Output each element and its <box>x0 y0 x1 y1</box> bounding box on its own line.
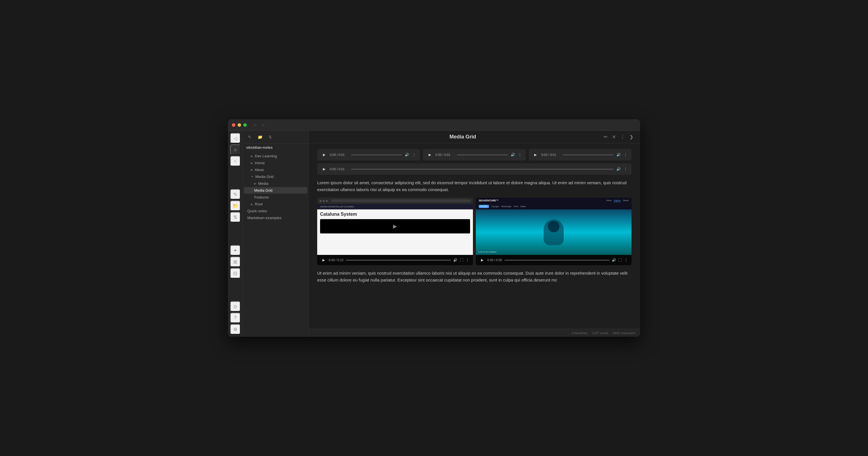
back-nav-button[interactable]: ← <box>252 122 258 128</box>
progress-bar-1[interactable] <box>351 155 402 155</box>
sidebar-item-label: Features <box>254 195 269 199</box>
video-card-left: UNITED INTERSTELLAR COLONIES Cataluna Sy… <box>317 198 473 265</box>
graph-icon[interactable]: ✦ <box>230 245 241 256</box>
vault-title: obsidian-notes <box>243 143 308 151</box>
filter-active-button[interactable]: FILTER <box>479 205 489 208</box>
video-controls-right: ▶ 0:00 / 0:05 🔊 ⛶ ⋮ <box>476 255 631 265</box>
video-thumbnail-right: SEAVENTURE™ Home Explore Saved FILTER Tr… <box>476 198 631 255</box>
sidebar-item-label: Home <box>255 161 265 165</box>
sidebar-header: ✎ 📁 ⇅ <box>243 131 308 143</box>
sidebar-item-label: Dev Learning <box>255 154 277 158</box>
volume-button-wide[interactable]: 🔊 <box>616 167 621 171</box>
video-more-left[interactable]: ⋮ <box>465 258 469 262</box>
help-rail-icon[interactable]: ? <box>230 313 241 323</box>
collapse-right-button[interactable]: ❯ <box>628 133 634 141</box>
more-options-button[interactable]: ⋮ <box>619 133 626 141</box>
video-volume-left[interactable]: 🔊 <box>453 258 458 262</box>
close-button[interactable] <box>232 123 235 127</box>
sort-icon[interactable]: ⇅ <box>230 212 241 222</box>
sidebar-item-home[interactable]: ▶ Home <box>244 160 307 166</box>
progress-bar-3[interactable] <box>563 155 614 155</box>
play-button-2[interactable]: ▶ <box>427 152 433 158</box>
more-button-2[interactable]: ⋮ <box>518 153 522 157</box>
nav-home: Home <box>606 199 612 202</box>
sidebar-item-dev-learning[interactable]: ▶ Dev Learning <box>244 153 307 159</box>
volume-button-3[interactable]: 🔊 <box>616 153 621 157</box>
more-button-3[interactable]: ⋮ <box>623 153 627 157</box>
video-time-left: 0:00 / 0:12 <box>329 258 344 262</box>
progress-bar-2[interactable] <box>457 155 507 155</box>
note-icon[interactable]: ✎ <box>230 189 241 199</box>
video-play-right[interactable]: ▶ <box>479 257 485 263</box>
video-play-left[interactable]: ▶ <box>321 257 327 263</box>
seaventure-image: Lost to the depths. <box>476 209 631 255</box>
sidebar-item-label: Media Grid <box>255 174 274 179</box>
statusbar: 0 backlinks 1107 words 8442 characters <box>309 329 640 337</box>
main-content: ▶ 0:00 / 0:01 🔊 ⋮ ▶ 0:00 / 0:01 🔊 ⋮ <box>309 143 640 329</box>
video-more-right[interactable]: ⋮ <box>624 258 628 262</box>
paragraph-1: Lorem ipsum dolor sit amet, consectetur … <box>317 180 631 193</box>
sidebar-item-ideas[interactable]: ▶ Ideas <box>244 166 307 173</box>
video-volume-right[interactable]: 🔊 <box>612 258 616 262</box>
search-rail-icon[interactable]: ○ <box>230 156 241 166</box>
sidebar-item-media-grid[interactable]: Media Grid <box>244 187 307 194</box>
time-display-2: 0:00 / 0:01 <box>435 153 454 157</box>
home-rail-icon[interactable]: ⌂ <box>230 144 241 155</box>
video-progress-right[interactable] <box>504 260 610 261</box>
fullscreen-left[interactable]: ⛶ <box>460 258 463 262</box>
forward-nav-button[interactable]: → <box>260 122 266 128</box>
new-note-button[interactable]: ✎ <box>246 133 254 141</box>
seaventure-filters: FILTER Trip type Vessel type Price Dates <box>476 203 631 209</box>
volume-button-1[interactable]: 🔊 <box>405 153 409 157</box>
sort-button[interactable]: ⇅ <box>266 133 274 141</box>
new-folder-button[interactable]: 📁 <box>256 133 264 141</box>
publish-icon[interactable]: ⊙ <box>230 301 241 312</box>
video-progress-left[interactable] <box>346 260 451 261</box>
minimize-button[interactable] <box>238 123 241 127</box>
settings-rail-icon[interactable]: ⚙ <box>230 324 241 334</box>
play-button-1[interactable]: ▶ <box>321 152 327 158</box>
audio-players-row: ▶ 0:00 / 0:01 🔊 ⋮ ▶ 0:00 / 0:01 🔊 ⋮ <box>317 149 631 161</box>
cataluna-title: Cataluna System <box>320 212 470 217</box>
toggle-sidebar-button[interactable]: ◁ <box>230 133 241 143</box>
video-caption: Lost to the depths. <box>478 251 497 253</box>
close-button-topbar[interactable]: ✕ <box>611 133 617 141</box>
video-thumbnail-left: UNITED INTERSTELLAR COLONIES Cataluna Sy… <box>317 198 473 255</box>
chevron-icon: ▶ <box>254 182 256 185</box>
char-count: 8442 characters <box>613 331 636 335</box>
terminal-rail-icon[interactable]: ⊡ <box>230 268 241 279</box>
more-button-1[interactable]: ⋮ <box>412 153 416 157</box>
sidebar-item-media[interactable]: ▶ Media <box>244 180 307 187</box>
progress-bar-wide[interactable] <box>351 169 614 170</box>
play-button-wide[interactable]: ▶ <box>321 166 327 172</box>
play-button-3[interactable]: ▶ <box>533 152 538 158</box>
edit-button[interactable]: ✏ <box>602 133 609 141</box>
titlebar: ← → <box>228 119 640 131</box>
sidebar-item-label: Media <box>258 182 268 186</box>
more-button-wide[interactable]: ⋮ <box>623 167 627 171</box>
sidebar-item-root[interactable]: ▶ Root <box>244 201 307 207</box>
sidebar-nav: ▶ Dev Learning ▶ Home ▶ Ideas ▼ Media Gr… <box>243 151 308 337</box>
sidebar-item-quick-notes[interactable]: Quick notes <box>244 208 307 214</box>
titlebar-nav: ← → <box>252 122 266 128</box>
audio-player-2: ▶ 0:00 / 0:01 🔊 ⋮ <box>423 149 526 161</box>
chevron-down-icon: ▼ <box>251 175 254 178</box>
sidebar: ✎ 📁 ⇅ obsidian-notes ▶ Dev Learning ▶ Ho… <box>243 131 309 337</box>
fullscreen-right[interactable]: ⛶ <box>618 258 622 262</box>
seaventure-nav: SEAVENTURE™ Home Explore Saved <box>476 198 631 203</box>
volume-button-2[interactable]: 🔊 <box>511 153 515 157</box>
grid-rail-icon[interactable]: ⊞ <box>230 257 241 267</box>
chevron-icon: ▶ <box>251 155 253 158</box>
folder-rail-icon[interactable]: 📁 <box>230 200 241 211</box>
video-grid: UNITED INTERSTELLAR COLONIES Cataluna Sy… <box>317 198 631 265</box>
main-topbar: Media Grid ✏ ✕ ⋮ ❯ <box>309 131 640 143</box>
sidebar-item-media-grid-parent[interactable]: ▼ Media Grid <box>244 173 307 180</box>
time-display-3: 0:00 / 0:01 <box>541 153 560 157</box>
page-title: Media Grid <box>323 134 602 140</box>
maximize-button[interactable] <box>243 123 247 127</box>
app-body: ◁ ⌂ ○ ✎ 📁 ⇅ ✦ ⊞ ⊡ ⊙ ? ⚙ ✎ 📁 ⇅ obsidian-n… <box>228 131 640 337</box>
sidebar-item-features[interactable]: Features <box>244 194 307 200</box>
icon-rail: ◁ ⌂ ○ ✎ 📁 ⇅ ✦ ⊞ ⊡ ⊙ ? ⚙ <box>228 131 243 337</box>
sidebar-item-label: Media Grid <box>254 188 273 193</box>
sidebar-item-markdown-examples[interactable]: Markdown examples <box>244 215 307 221</box>
